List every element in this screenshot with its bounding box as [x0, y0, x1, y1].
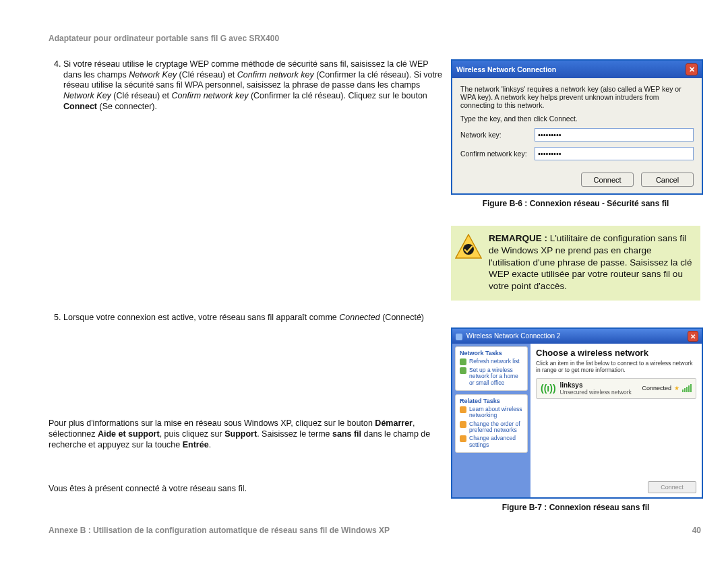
sidebar-heading-related-tasks: Related Tasks: [460, 398, 523, 404]
step-4: Si votre réseau utilise le cryptage WEP …: [63, 59, 443, 112]
sidebar-item-order[interactable]: Change the order of preferred networks: [460, 421, 523, 434]
sidebar-heading-network-tasks: Network Tasks: [460, 350, 523, 356]
choose-network-sub: Click an item in the list below to conne…: [536, 361, 696, 374]
dialog-desc: The network 'linksys' requires a network…: [460, 85, 694, 109]
remark-lead: REMARQUE :: [489, 233, 547, 243]
warning-icon: [455, 234, 482, 259]
network-key-label: Network key:: [460, 131, 535, 139]
connect-button-disabled: Connect: [648, 481, 696, 493]
signal-icon: ((ı)): [541, 383, 556, 394]
star-icon: ★: [674, 385, 679, 392]
doc-header: Adaptateur pour ordinateur portable sans…: [49, 34, 701, 43]
confirm-key-input[interactable]: [535, 147, 694, 160]
advanced-icon: [460, 435, 466, 442]
wireless-security-dialog: Wireless Network Connection ✕ The networ…: [451, 59, 703, 195]
network-status: Connected: [642, 385, 671, 392]
connect-button[interactable]: Connect: [581, 173, 634, 187]
network-name: linksys: [560, 381, 638, 389]
figure-b6-caption: Figure B-6 : Connexion réseau - Sécurité…: [451, 199, 700, 208]
info-paragraph: Pour plus d'informations sur la mise en …: [49, 418, 443, 451]
window-title: Wireless Network Connection 2: [456, 332, 560, 340]
network-key-input[interactable]: [535, 128, 694, 142]
learn-icon: [460, 406, 466, 413]
step-5: Lorsque votre connexion est active, votr…: [63, 313, 443, 323]
dialog-title: Wireless Network Connection: [456, 65, 556, 73]
footer-left: Annexe B : Utilisation de la configurati…: [49, 526, 390, 535]
network-security: Unsecured wireless network: [560, 389, 638, 396]
choose-network-heading: Choose a wireless network: [536, 348, 696, 358]
cancel-button[interactable]: Cancel: [641, 173, 694, 187]
wireless-connection-window: Wireless Network Connection 2 ✕ Network …: [451, 327, 703, 499]
setup-icon: [460, 367, 466, 374]
window-icon: [456, 334, 462, 340]
refresh-icon: [460, 358, 466, 365]
page-number: 40: [692, 526, 701, 535]
sidebar-item-setup[interactable]: Set up a wireless network for a home or …: [460, 367, 523, 386]
close-icon[interactable]: ✕: [686, 63, 698, 75]
dialog-instruction: Type the key, and then click Connect.: [460, 115, 694, 123]
network-list-item[interactable]: ((ı)) linksys Unsecured wireless network…: [536, 378, 696, 399]
sidebar: Network Tasks Refresh network list Set u…: [452, 344, 530, 497]
sidebar-item-refresh[interactable]: Refresh network list: [460, 358, 523, 365]
confirm-key-label: Confirm network key:: [460, 150, 535, 158]
order-icon: [460, 421, 466, 428]
remark-box: REMARQUE : L'utilitaire de configuration…: [451, 226, 700, 301]
sidebar-item-learn[interactable]: Learn about wireless networking: [460, 406, 523, 419]
figure-b7-caption: Figure B-7 : Connexion réseau sans fil: [451, 503, 700, 512]
sidebar-item-advanced[interactable]: Change advanced settings: [460, 435, 523, 448]
closing-paragraph: Vous êtes à présent connecté à votre rés…: [49, 483, 443, 494]
close-icon[interactable]: ✕: [688, 331, 698, 342]
signal-bars-icon: [682, 384, 692, 392]
